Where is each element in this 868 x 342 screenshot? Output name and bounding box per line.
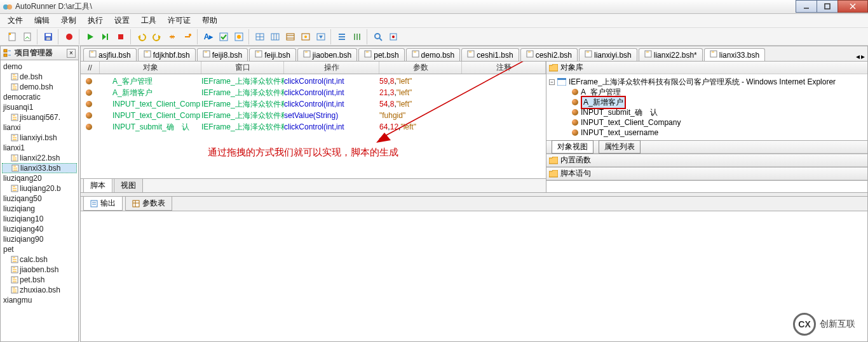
object-tree[interactable]: − IEFrame_上海泽众软件科技有限公司客户管理系统 - Windows I… — [546, 74, 867, 140]
clear2-button[interactable] — [180, 30, 194, 44]
view1-button[interactable] — [335, 30, 349, 44]
save-button[interactable] — [41, 30, 55, 44]
builtin-function-label[interactable]: 内置函数 — [560, 155, 591, 166]
new-button[interactable] — [5, 30, 19, 44]
menu-item[interactable]: 文件 — [3, 14, 28, 27]
menu-item[interactable]: 许可证 — [163, 14, 196, 27]
file-tab[interactable]: lianxi33.bsh — [704, 48, 765, 61]
tree-item[interactable]: liuziqiang40 — [2, 224, 77, 234]
script-editor[interactable]: //对象窗口操作参数注释 A_客户管理IEFrame_上海泽众软件科clickC… — [81, 62, 546, 178]
text-a-button[interactable]: A▸ — [201, 30, 215, 44]
minimize-button[interactable] — [796, 0, 817, 13]
script-row[interactable]: INPUT_text_Client_CompIEFrame_上海泽众软件科set… — [81, 110, 546, 121]
project-tree[interactable]: demode.bshdemo.bshdemocraticjisuanqi1jis… — [1, 60, 78, 341]
stop-button[interactable] — [114, 30, 128, 44]
file-tab[interactable]: fdjkhbf.bsh — [138, 48, 196, 61]
object-tree-node[interactable]: INPUT_submit_确 认 — [549, 107, 865, 117]
grid2-button[interactable] — [268, 30, 282, 44]
undo-button[interactable] — [135, 30, 149, 44]
tree-item[interactable]: calc.bsh — [2, 254, 77, 265]
tree-item[interactable]: democratic — [2, 92, 77, 102]
script-row[interactable]: A_客户管理IEFrame_上海泽众软件科clickControl(int,in… — [81, 76, 546, 87]
attribute-list-tab[interactable]: 属性列表 — [599, 140, 641, 154]
menu-item[interactable]: 编辑 — [29, 14, 55, 27]
svg-rect-47 — [4, 54, 7, 56]
menu-item[interactable]: 工具 — [136, 14, 161, 27]
grid1-button[interactable] — [253, 30, 267, 44]
file-tab[interactable]: ceshi1.bsh — [461, 48, 519, 61]
menu-item[interactable]: 设置 — [109, 14, 135, 27]
file-tab[interactable]: asjfiu.bsh — [83, 48, 137, 61]
tree-item[interactable]: pet.bsh — [2, 275, 77, 285]
svg-rect-15 — [107, 34, 108, 40]
tree-item[interactable]: lianxi — [2, 122, 77, 133]
svg-rect-29 — [287, 34, 294, 40]
tree-item[interactable]: xiangmu — [2, 295, 77, 305]
tree-item[interactable]: liuziqang20 — [2, 173, 77, 183]
script-row[interactable]: INPUT_submit_确 认IEFrame_上海泽众软件科clickCont… — [81, 121, 546, 133]
grid5-button[interactable] — [314, 30, 328, 44]
record-button[interactable] — [62, 30, 76, 44]
menu-item[interactable]: 执行 — [83, 14, 108, 27]
tree-item[interactable]: jisuanqi567. — [2, 112, 77, 122]
menu-item[interactable]: 录制 — [56, 14, 81, 27]
object-tree-node[interactable]: INPUT_text_username — [549, 128, 865, 138]
tree-item[interactable]: liuqiang20.b — [2, 183, 77, 194]
file-tab[interactable]: pet.bsh — [358, 48, 404, 61]
tree-item[interactable]: zhuxiao.bsh — [2, 285, 77, 295]
script-row[interactable]: INPUT_text_Client_CompIEFrame_上海泽众软件科cli… — [81, 98, 546, 110]
spy-button[interactable] — [371, 30, 385, 44]
tree-item[interactable]: lianxiyi.bsh — [2, 133, 77, 143]
window-title: AutoRunner D:\ar工具\ — [15, 1, 92, 12]
view2-button[interactable] — [350, 30, 364, 44]
menu-item[interactable]: 帮助 — [197, 14, 222, 27]
grid4-button[interactable] — [299, 30, 313, 44]
file-tab[interactable]: jiaoben.bsh — [297, 48, 357, 61]
tree-item[interactable]: demo.bsh — [2, 82, 77, 92]
step-button[interactable] — [98, 30, 112, 44]
sub-tab[interactable]: 脚本 — [83, 178, 112, 193]
file-tab[interactable]: demo.bsh — [406, 48, 461, 61]
sub-tab[interactable]: 视图 — [114, 178, 143, 193]
tree-item[interactable]: demo — [2, 62, 77, 72]
redo-button[interactable] — [150, 30, 164, 44]
grid3-button[interactable] — [283, 30, 297, 44]
new-script-button[interactable] — [20, 30, 34, 44]
play-button[interactable] — [83, 30, 97, 44]
tree-item[interactable]: liuziqiang10 — [2, 214, 77, 224]
tree-item[interactable]: de.bsh — [2, 72, 77, 82]
file-tab[interactable]: lianxi22.bsh* — [639, 48, 703, 61]
maximize-button[interactable] — [817, 0, 838, 13]
tab-next-button[interactable]: ▸ — [861, 52, 865, 61]
svg-point-42 — [375, 34, 380, 39]
tree-item[interactable]: pet — [2, 244, 77, 254]
file-tab[interactable]: feiji8.bsh — [197, 48, 248, 61]
tree-item[interactable]: jiaoben.bsh — [2, 265, 77, 275]
file-tab[interactable]: lianxiyi.bsh — [579, 48, 637, 61]
panel-close-button[interactable]: × — [67, 49, 76, 58]
file-tab[interactable]: ceshi2.bsh — [520, 48, 578, 61]
spy2-button[interactable] — [386, 30, 400, 44]
tree-item[interactable]: liuziqiang — [2, 204, 77, 214]
collapse-icon[interactable]: − — [549, 79, 555, 85]
close-button[interactable] — [837, 0, 868, 13]
panel-title: 项目管理器 — [15, 48, 53, 58]
checkpoint-button[interactable] — [217, 30, 231, 44]
script-statement-label[interactable]: 脚本语句 — [560, 168, 591, 179]
script-row[interactable]: A_新增客户IEFrame_上海泽众软件科clickControl(int,in… — [81, 87, 546, 98]
clear-button[interactable] — [165, 30, 179, 44]
tree-item[interactable]: liuziqang50 — [2, 194, 77, 204]
tree-item[interactable]: jisuanqi1 — [2, 102, 77, 112]
param-table-tab[interactable]: 参数表 — [125, 196, 172, 211]
object-view-tab[interactable]: 对象视图 — [552, 140, 593, 154]
output-tab[interactable]: 输出 — [83, 196, 123, 211]
object-tree-node[interactable]: INPUT_text_Client_Company — [549, 117, 865, 128]
file-tab[interactable]: feiji.bsh — [249, 48, 296, 61]
tree-item[interactable]: lianxi1 — [2, 143, 77, 153]
tab-prev-button[interactable]: ◂ — [856, 52, 860, 61]
tree-item[interactable]: lianxi33.bsh — [2, 163, 77, 173]
tree-item[interactable]: lianxi22.bsh — [2, 153, 77, 163]
object-tree-node[interactable]: A_新增客户 — [549, 97, 865, 107]
tree-item[interactable]: liuziqiang90 — [2, 234, 77, 244]
tool-a-button[interactable] — [232, 30, 246, 44]
